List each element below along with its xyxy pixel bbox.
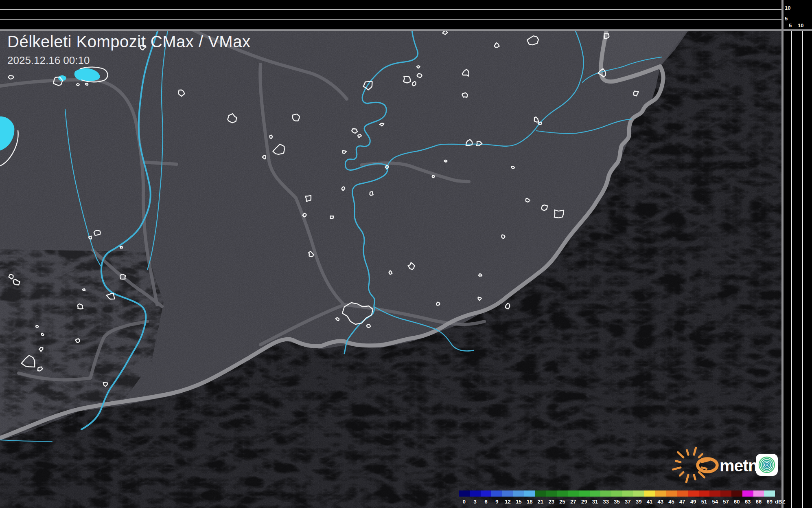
colorbar-tick-label: 15 — [513, 499, 524, 505]
colorbar-cells — [459, 490, 789, 497]
colorbar-tick-label: 9 — [491, 499, 502, 505]
right-gridline-10km — [802, 31, 803, 508]
colorbar-cell — [459, 490, 470, 497]
dbz-colorbar: 0369121518212325272931333537394143454749… — [459, 490, 789, 505]
colorbar-cell — [546, 490, 557, 497]
colorbar-tick-label: 60 — [731, 499, 742, 505]
colorbar-cell — [579, 490, 590, 497]
colorbar-tick-label: 33 — [600, 499, 611, 505]
colorbar-tick-label: 25 — [557, 499, 568, 505]
colorbar-tick-label: 69 — [764, 499, 775, 505]
colorbar-cell — [644, 490, 655, 497]
colorbar-cell — [731, 490, 742, 497]
colorbar-tick-label: 12 — [502, 499, 513, 505]
colorbar-cell — [699, 490, 710, 497]
colorbar-cell — [742, 490, 753, 497]
colorbar-cell — [764, 490, 775, 497]
colorbar-tick-label: 66 — [753, 499, 764, 505]
horizontal-divider — [0, 29, 812, 31]
sun-icon — [673, 448, 709, 482]
colorbar-cell — [655, 490, 666, 497]
title-block: Délkeleti Kompozit CMax / VMax 2025.12.1… — [7, 33, 250, 67]
colorbar-cell — [688, 490, 699, 497]
colorbar-tick-label: 47 — [677, 499, 688, 505]
colorbar-cell — [633, 490, 644, 497]
metnet-logo: metnet — [667, 447, 789, 484]
colorbar-cell — [590, 490, 601, 497]
colorbar-tick-label: 49 — [688, 499, 699, 505]
top-gridline-10km — [0, 9, 781, 10]
colorbar-cell — [502, 490, 513, 497]
top-gridline-5km — [0, 19, 781, 20]
colorbar-unit-label: dBZ — [775, 499, 789, 505]
colorbar-cell — [677, 490, 688, 497]
colorbar-tick-label: 41 — [644, 499, 655, 505]
colorbar-cell — [535, 490, 546, 497]
right-profile-panel — [784, 0, 812, 508]
colorbar-tick-label: 3 — [470, 499, 481, 505]
colorbar-tick-label: 43 — [655, 499, 666, 505]
colorbar-tick-label: 54 — [709, 499, 720, 505]
colorbar-cell — [666, 490, 677, 497]
right-gridline-5km — [791, 31, 792, 508]
colorbar-labels: 0369121518212325272931333537394143454749… — [459, 499, 789, 505]
radar-app-window: 10 5 5 10 Délkeleti Kompozit CMax / VMax… — [0, 0, 812, 508]
colorbar-tick-label: 45 — [666, 499, 677, 505]
colorbar-cell — [753, 490, 764, 497]
colorbar-tick-label: 23 — [546, 499, 557, 505]
colorbar-cell — [481, 490, 492, 497]
colorbar-tick-label: 18 — [524, 499, 535, 505]
colorbar-tick-label: 0 — [459, 499, 470, 505]
colorbar-tick-label: 27 — [568, 499, 579, 505]
colorbar-tick-label: 51 — [699, 499, 710, 505]
road — [142, 162, 177, 164]
colorbar-cell — [513, 490, 524, 497]
colorbar-tick-label: 31 — [590, 499, 601, 505]
ruler-label-v10: 10 — [785, 5, 790, 11]
colorbar-tick-label: 39 — [633, 499, 644, 505]
colorbar-cell — [557, 490, 568, 497]
colorbar-tick-label: 29 — [579, 499, 590, 505]
colorbar-tick-label: 37 — [622, 499, 633, 505]
colorbar-cell — [524, 490, 535, 497]
colorbar-cell — [622, 490, 633, 497]
colorbar-cell — [600, 490, 611, 497]
page-title: Délkeleti Kompozit CMax / VMax — [7, 33, 250, 51]
top-profile-panel — [0, 0, 781, 29]
colorbar-tick-label: 6 — [481, 499, 492, 505]
ruler-label-h10: 10 — [798, 23, 803, 28]
colorbar-cell — [611, 490, 622, 497]
colorbar-tick-label: 63 — [742, 499, 753, 505]
timestamp: 2025.12.16 00:10 — [7, 54, 250, 67]
colorbar-cell — [470, 490, 481, 497]
ruler-label-h5: 5 — [789, 23, 792, 28]
radar-map — [0, 0, 812, 508]
colorbar-tick-label: 57 — [720, 499, 731, 505]
vertical-divider — [781, 0, 784, 508]
colorbar-cell — [491, 490, 502, 497]
colorbar-cell — [709, 490, 720, 497]
colorbar-cell — [720, 490, 731, 497]
colorbar-tick-label: 35 — [611, 499, 622, 505]
colorbar-tick-label: 21 — [535, 499, 546, 505]
colorbar-cell — [568, 490, 579, 497]
ruler-label-v5: 5 — [785, 16, 788, 21]
